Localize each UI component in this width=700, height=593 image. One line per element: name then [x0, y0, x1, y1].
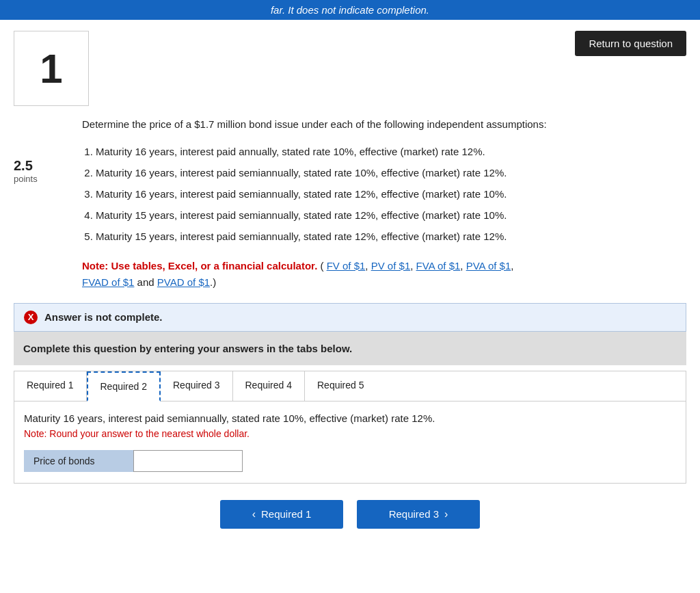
bottom-nav: ‹ Required 1 Required 3 ›	[14, 500, 686, 529]
tab-required-2[interactable]: Required 2	[87, 371, 161, 401]
question-intro: Determine the price of a $1.7 million bo…	[82, 117, 686, 133]
price-of-bonds-input[interactable]	[133, 450, 243, 472]
next-button-label: Required 3	[389, 508, 439, 520]
question-number-box: 1	[14, 31, 89, 106]
complete-instruction-text: Complete this question by entering your …	[23, 343, 352, 354]
tab-content-note: Note: Round your answer to the nearest w…	[24, 428, 676, 439]
tabs-container: Required 1 Required 2 Required 3 Require…	[14, 371, 686, 401]
list-item: Maturity 15 years, interest paid semiann…	[96, 227, 686, 246]
prev-required-button[interactable]: ‹ Required 1	[220, 500, 343, 529]
answer-incomplete-text: Answer is not complete.	[44, 311, 163, 323]
next-required-button[interactable]: Required 3 ›	[357, 500, 480, 529]
main-content: 1 Return to question 2.5 points Determin…	[0, 20, 700, 542]
tab-required-4[interactable]: Required 4	[233, 371, 306, 401]
comma3: ,	[460, 260, 466, 272]
list-item: Maturity 16 years, interest paid semiann…	[96, 163, 686, 182]
complete-instruction-box: Complete this question by entering your …	[14, 332, 686, 365]
price-of-bonds-label: Price of bonds	[24, 450, 133, 472]
input-row: Price of bonds	[24, 450, 676, 472]
question-body: 2.5 points Determine the price of a $1.7…	[14, 117, 686, 291]
fv-link[interactable]: FV of $1	[327, 260, 366, 272]
pvad-link[interactable]: PVAD of $1	[157, 276, 210, 288]
tab-content-description: Maturity 16 years, interest paid semiann…	[24, 412, 676, 424]
list-item: Maturity 15 years, interest paid semiann…	[96, 206, 686, 224]
next-arrow-icon: ›	[444, 508, 448, 520]
question-text-column: Determine the price of a $1.7 million bo…	[82, 117, 686, 291]
prev-arrow-icon: ‹	[252, 508, 256, 520]
tab-content-area: Maturity 16 years, interest paid semiann…	[14, 401, 686, 484]
prev-button-label: Required 1	[261, 508, 311, 520]
comma4: ,	[511, 260, 513, 272]
pv-link[interactable]: PV of $1	[371, 260, 411, 272]
fva-link[interactable]: FVA of $1	[416, 260, 461, 272]
answer-banner: X Answer is not complete.	[14, 303, 686, 332]
comma1: ,	[365, 260, 371, 272]
note-section: Note: Use tables, Excel, or a financial …	[82, 258, 686, 291]
top-bar: far. It does not indicate completion.	[0, 0, 700, 20]
points-value: 2.5	[14, 158, 82, 174]
tab-required-1[interactable]: Required 1	[14, 371, 87, 401]
header-row: 1 Return to question	[14, 31, 686, 106]
pva-link[interactable]: PVA of $1	[466, 260, 511, 272]
tab-required-3[interactable]: Required 3	[161, 371, 233, 401]
list-item: Maturity 16 years, interest paid semiann…	[96, 185, 686, 203]
points-column: 2.5 points	[14, 158, 82, 291]
tab-required-5[interactable]: Required 5	[305, 371, 377, 401]
list-item: Maturity 16 years, interest paid annuall…	[96, 142, 686, 161]
return-to-question-button[interactable]: Return to question	[575, 31, 686, 56]
and-text: and	[137, 276, 154, 288]
fvad-link[interactable]: FVAD of $1	[82, 276, 134, 288]
answer-incomplete-icon: X	[24, 311, 38, 324]
question-number: 1	[40, 45, 62, 92]
comma2: ,	[410, 260, 416, 272]
top-bar-text: far. It does not indicate completion.	[271, 4, 429, 16]
note-paren-open: (	[320, 260, 323, 272]
note-bold-text: Note: Use tables, Excel, or a financial …	[82, 260, 317, 272]
paren-close: )	[213, 276, 216, 288]
points-label: points	[14, 174, 82, 184]
assumptions-list: Maturity 16 years, interest paid annuall…	[96, 142, 686, 246]
